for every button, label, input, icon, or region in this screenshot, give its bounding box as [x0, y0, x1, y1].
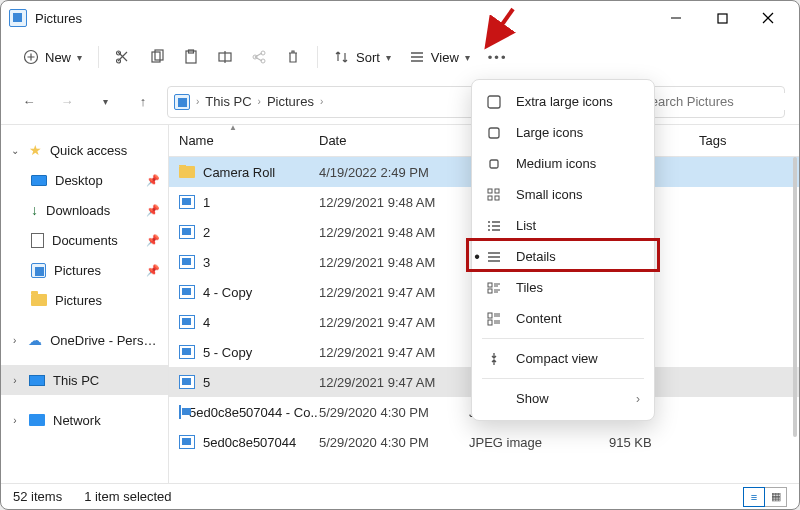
chevron-right-icon: ›	[636, 392, 640, 406]
view-mode-icon	[484, 92, 504, 112]
chevron-right-icon: ›	[258, 96, 261, 107]
item-count: 52 items	[13, 489, 62, 504]
cell-date: 12/29/2021 9:47 AM	[319, 285, 469, 300]
pin-icon: 📌	[146, 174, 160, 187]
plus-circle-icon	[23, 49, 39, 65]
rename-icon	[217, 49, 233, 65]
col-date[interactable]: Date	[319, 133, 469, 148]
sidebar-item-quick-access[interactable]: ⌄ ★ Quick access	[1, 135, 168, 165]
chevron-right-icon: ›	[196, 96, 199, 107]
recent-chevron[interactable]: ▾	[91, 88, 119, 116]
sidebar-item-this-pc[interactable]: › This PC	[1, 365, 168, 395]
delete-button[interactable]	[277, 41, 309, 73]
details-layout-button[interactable]: ≡	[743, 487, 765, 507]
svg-point-33	[488, 229, 490, 231]
view-menu-compact[interactable]: Compact view	[472, 343, 654, 374]
paste-button[interactable]	[175, 41, 207, 73]
thumbnails-layout-button[interactable]: ▦	[765, 487, 787, 507]
desktop-icon	[31, 175, 47, 186]
sidebar-item-documents[interactable]: Documents 📌	[1, 225, 168, 255]
pc-icon	[29, 375, 45, 386]
compact-view-icon	[484, 349, 504, 369]
breadcrumb-seg[interactable]: This PC	[205, 94, 251, 109]
rename-button[interactable]	[209, 41, 241, 73]
view-menu-item[interactable]: List	[472, 210, 654, 241]
close-button[interactable]	[745, 3, 791, 33]
image-icon	[179, 315, 195, 329]
view-menu-item[interactable]: Content	[472, 303, 654, 334]
sidebar-item-pictures2[interactable]: Pictures	[1, 285, 168, 315]
copy-button[interactable]	[141, 41, 173, 73]
view-menu-show[interactable]: Show›	[472, 383, 654, 414]
image-icon	[179, 225, 195, 239]
more-button[interactable]: •••	[480, 41, 516, 73]
chevron-right-icon: ›	[320, 96, 323, 107]
svg-point-31	[488, 221, 490, 223]
view-menu-item[interactable]: Extra large icons	[472, 86, 654, 117]
cell-name: 4 - Copy	[179, 285, 319, 300]
chevron-down-icon: ▾	[386, 52, 391, 63]
search-input[interactable]	[640, 93, 800, 110]
breadcrumb-seg[interactable]: Pictures	[267, 94, 314, 109]
vertical-scrollbar[interactable]	[793, 157, 797, 437]
expand-icon: ›	[9, 335, 20, 346]
trash-icon	[285, 49, 301, 65]
view-menu-item[interactable]: Tiles	[472, 272, 654, 303]
window-title: Pictures	[35, 11, 82, 26]
status-bar: 52 items 1 item selected ≡ ▦	[1, 483, 799, 509]
location-icon	[174, 94, 190, 110]
cell-type: JPEG image	[469, 435, 609, 450]
svg-rect-2	[718, 14, 727, 23]
image-icon	[179, 375, 195, 389]
sort-indicator-icon: ▲	[229, 123, 237, 132]
cell-name: 5ed0c8e507044 - Co...	[179, 405, 319, 420]
view-menu-item[interactable]: Medium icons	[472, 148, 654, 179]
selection-count: 1 item selected	[84, 489, 171, 504]
sidebar-item-desktop[interactable]: Desktop 📌	[1, 165, 168, 195]
cell-name: Camera Roll	[179, 165, 319, 180]
svg-rect-30	[495, 196, 499, 200]
collapse-icon: ⌄	[9, 145, 21, 156]
file-row[interactable]: 5ed0c8e5070445/29/2020 4:30 PMJPEG image…	[169, 427, 799, 457]
cell-date: 12/29/2021 9:47 AM	[319, 375, 469, 390]
cell-name: 4	[179, 315, 319, 330]
view-lines-icon	[409, 49, 425, 65]
sort-button[interactable]: Sort ▾	[326, 41, 399, 73]
menu-separator	[482, 338, 644, 339]
sidebar-item-downloads[interactable]: ↓ Downloads 📌	[1, 195, 168, 225]
svg-point-32	[488, 225, 490, 227]
view-button[interactable]: View ▾	[401, 41, 478, 73]
svg-rect-43	[488, 289, 492, 293]
back-button[interactable]: ←	[15, 88, 43, 116]
maximize-button[interactable]	[699, 3, 745, 33]
cell-size: 915 KB	[609, 435, 699, 450]
ellipsis-icon: •••	[488, 50, 508, 65]
view-menu-item[interactable]: •Details	[472, 241, 654, 272]
expand-icon: ›	[9, 415, 21, 426]
pin-icon: 📌	[146, 204, 160, 217]
command-bar: New ▾ Sort ▾ View ▾ •••	[1, 35, 799, 79]
network-icon	[29, 414, 45, 426]
cell-name: 1	[179, 195, 319, 210]
col-name[interactable]: Name	[179, 133, 319, 148]
sidebar-item-pictures[interactable]: Pictures 📌	[1, 255, 168, 285]
chevron-down-icon: ▾	[465, 52, 470, 63]
menu-item-label: Medium icons	[516, 156, 596, 171]
minimize-button[interactable]	[653, 3, 699, 33]
window-controls	[653, 3, 791, 33]
sidebar-item-network[interactable]: › Network	[1, 405, 168, 435]
col-tags[interactable]: Tags	[699, 133, 799, 148]
svg-rect-26	[490, 160, 498, 168]
sidebar-item-onedrive[interactable]: › ☁ OneDrive - Personal	[1, 325, 168, 355]
view-menu-item[interactable]: Large icons	[472, 117, 654, 148]
menu-item-label: Details	[516, 249, 556, 264]
view-menu-item[interactable]: Small icons	[472, 179, 654, 210]
share-button[interactable]	[243, 41, 275, 73]
up-button[interactable]: ↑	[129, 88, 157, 116]
view-mode-icon	[484, 185, 504, 205]
forward-button[interactable]: →	[53, 88, 81, 116]
view-menu: Extra large iconsLarge iconsMedium icons…	[471, 79, 655, 421]
cut-button[interactable]	[107, 41, 139, 73]
new-button[interactable]: New ▾	[15, 41, 90, 73]
cell-name: 3	[179, 255, 319, 270]
